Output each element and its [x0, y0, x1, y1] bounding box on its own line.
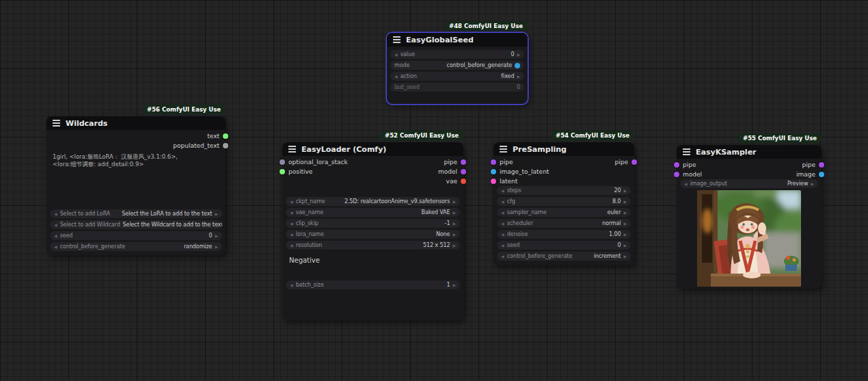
widget-steps[interactable]: ◀steps20▶: [497, 186, 631, 195]
node-easyglobalseed[interactable]: #48 ComfyUI Easy Use EasyGlobalSeed ◀val…: [387, 33, 528, 104]
widget-mode[interactable]: modecontrol_before_generate: [390, 61, 524, 70]
latent-slot-dot[interactable]: [491, 179, 496, 184]
increment-arrow-icon[interactable]: ▶: [452, 200, 456, 204]
populated_text-slot[interactable]: populated_text: [173, 141, 226, 150]
widget-ckpt_name[interactable]: ◀ckpt_name2.5D: realcartoonAnime_v9.safe…: [286, 197, 460, 206]
latent-slot[interactable]: latent: [493, 176, 549, 186]
pipe-slot[interactable]: pipe: [677, 160, 702, 170]
widget-seed[interactable]: ◀seed0▶: [50, 231, 222, 240]
node-easyloader-comfy[interactable]: #52 ComfyUI Easy Use EasyLoader (Comfy) …: [282, 142, 463, 320]
pipe-slot-dot[interactable]: [632, 159, 637, 165]
decrement-arrow-icon[interactable]: ◀: [501, 244, 504, 248]
pipe-slot[interactable]: pipe: [493, 157, 549, 167]
increment-arrow-icon[interactable]: ▶: [517, 75, 520, 79]
widget-cfg[interactable]: ◀cfg8.0▶: [497, 197, 631, 206]
widget-control_before_generate[interactable]: ◀control_before_generaterandomize▶: [50, 242, 222, 251]
image_to_latent-slot[interactable]: image_to_latent: [493, 167, 549, 176]
hamburger-menu-icon[interactable]: [288, 148, 296, 150]
populated_text-slot-dot[interactable]: [223, 143, 228, 148]
decrement-arrow-icon[interactable]: ◀: [290, 283, 293, 287]
optional_lora_stack-slot[interactable]: optional_lora_stack: [282, 157, 348, 167]
node-presampling[interactable]: #54 ComfyUI Easy Use PreSampling pipeima…: [493, 142, 634, 265]
decrement-arrow-icon[interactable]: ◀: [54, 245, 57, 249]
image-slot-dot[interactable]: [819, 172, 824, 177]
decrement-arrow-icon[interactable]: ◀: [54, 223, 57, 227]
increment-arrow-icon[interactable]: ▶: [623, 254, 627, 259]
decrement-arrow-icon[interactable]: ◀: [501, 233, 504, 237]
increment-arrow-icon[interactable]: ▶: [452, 244, 456, 248]
decrement-arrow-icon[interactable]: ◀: [501, 189, 504, 193]
decrement-arrow-icon[interactable]: ◀: [290, 222, 293, 226]
pipe-slot-dot[interactable]: [819, 162, 824, 168]
pipe-slot[interactable]: pipe: [438, 157, 463, 167]
image_to_latent-slot-dot[interactable]: [491, 169, 496, 174]
decrement-arrow-icon[interactable]: ◀: [394, 75, 398, 79]
decrement-arrow-icon[interactable]: ◀: [501, 200, 504, 204]
pipe-slot[interactable]: pipe: [796, 160, 822, 170]
node-wildcards[interactable]: #56 ComfyUI Easy Use Wildcards textpopul…: [46, 116, 226, 255]
increment-arrow-icon[interactable]: ▶: [452, 233, 456, 237]
widget-last_seed[interactable]: last_seed0: [390, 83, 524, 92]
widget-Select to add LoRA[interactable]: ◀Select to add LoRASelect the LoRA to ad…: [50, 209, 222, 218]
increment-arrow-icon[interactable]: ▶: [623, 189, 627, 193]
increment-arrow-icon[interactable]: ▶: [452, 211, 456, 215]
widget-vae_name[interactable]: ◀vae_nameBaked VAE▶: [286, 208, 460, 217]
widget-action[interactable]: ◀actionfixed▶: [390, 72, 524, 81]
vae-slot[interactable]: vae: [438, 176, 463, 186]
node-easyksampler[interactable]: #55 ComfyUI Easy Use EasyKSampler pipemo…: [677, 145, 822, 289]
text-slot-dot[interactable]: [223, 133, 228, 139]
widget-clip_skip[interactable]: ◀clip_skip-1▶: [286, 219, 460, 228]
positive-slot[interactable]: positive: [282, 167, 348, 176]
decrement-arrow-icon[interactable]: ◀: [501, 254, 504, 259]
mode-toggle-dot[interactable]: [515, 63, 520, 68]
hamburger-menu-icon[interactable]: [500, 148, 507, 150]
widget-scheduler[interactable]: ◀schedulernormal▶: [497, 219, 631, 228]
hamburger-menu-icon[interactable]: [393, 39, 401, 40]
decrement-arrow-icon[interactable]: ◀: [290, 211, 293, 215]
node-header[interactable]: EasyGlobalSeed: [387, 33, 528, 47]
node-header[interactable]: Wildcards: [46, 116, 226, 130]
node-header[interactable]: EasyKSampler: [677, 145, 822, 159]
model-slot[interactable]: model: [438, 167, 463, 176]
widget-lora_name[interactable]: ◀lora_nameNone▶: [286, 230, 460, 239]
decrement-arrow-icon[interactable]: ◀: [501, 222, 504, 226]
increment-arrow-icon[interactable]: ▶: [215, 212, 218, 216]
pipe-slot-dot[interactable]: [491, 159, 496, 165]
decrement-arrow-icon[interactable]: ◀: [290, 233, 293, 237]
hamburger-menu-icon[interactable]: [53, 122, 60, 124]
text-slot[interactable]: text: [173, 131, 226, 141]
pipe-slot-dot[interactable]: [461, 159, 466, 165]
vae-slot-dot[interactable]: [461, 179, 466, 184]
decrement-arrow-icon[interactable]: ◀: [290, 200, 293, 204]
widget-control_before_generate[interactable]: ◀control_before_generateincrement▶: [497, 252, 631, 261]
model-slot-dot[interactable]: [461, 169, 466, 174]
increment-arrow-icon[interactable]: ▶: [623, 200, 627, 204]
widget-Select to add Wildcard[interactable]: ◀Select to add WildcardSelect the Wildca…: [50, 220, 222, 229]
increment-arrow-icon[interactable]: ▶: [811, 182, 814, 186]
hamburger-menu-icon[interactable]: [683, 151, 690, 153]
widget-image_output[interactable]: ◀image_outputPreview▶: [680, 179, 818, 188]
decrement-arrow-icon[interactable]: ◀: [290, 244, 293, 248]
increment-arrow-icon[interactable]: ▶: [452, 283, 456, 287]
increment-arrow-icon[interactable]: ▶: [452, 222, 456, 226]
node-header[interactable]: PreSampling: [493, 142, 634, 156]
node-graph-canvas[interactable]: #56 ComfyUI Easy Use Wildcards textpopul…: [0, 0, 868, 381]
widget-denoise[interactable]: ◀denoise1.00▶: [497, 230, 631, 239]
optional_lora_stack-slot-dot[interactable]: [280, 159, 285, 165]
increment-arrow-icon[interactable]: ▶: [215, 245, 218, 249]
decrement-arrow-icon[interactable]: ◀: [501, 211, 504, 215]
widget-batch_size[interactable]: ◀batch_size1▶: [286, 280, 460, 289]
node-header[interactable]: EasyLoader (Comfy): [282, 142, 463, 156]
pipe-slot-dot[interactable]: [674, 162, 679, 168]
pipe-slot[interactable]: pipe: [615, 157, 634, 167]
model-slot[interactable]: model: [677, 170, 702, 179]
increment-arrow-icon[interactable]: ▶: [623, 222, 627, 226]
decrement-arrow-icon[interactable]: ◀: [394, 53, 398, 57]
increment-arrow-icon[interactable]: ▶: [215, 234, 218, 238]
increment-arrow-icon[interactable]: ▶: [623, 211, 627, 215]
widget-value[interactable]: ◀value0▶: [390, 50, 524, 59]
decrement-arrow-icon[interactable]: ◀: [54, 212, 57, 216]
increment-arrow-icon[interactable]: ▶: [623, 233, 627, 237]
positive-slot-dot[interactable]: [280, 169, 285, 174]
model-slot-dot[interactable]: [674, 172, 679, 177]
